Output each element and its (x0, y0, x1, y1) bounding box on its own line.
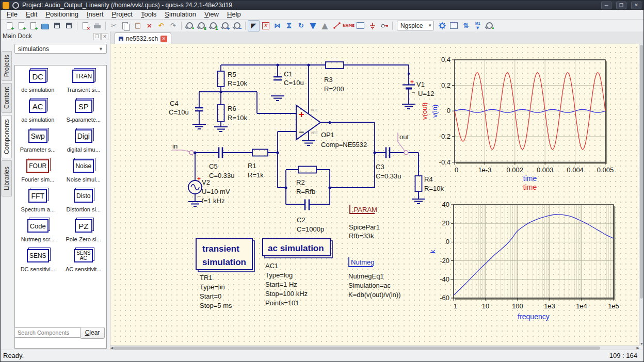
schematic-label[interactable]: − (299, 127, 304, 137)
schematic-label[interactable]: + (299, 109, 304, 120)
schematic-label[interactable]: Stop=100 kHz (265, 290, 308, 298)
component-spectrum-a[interactable]: FFTSpectrum a... (15, 187, 61, 217)
pop-out-button[interactable]: ▲ (319, 20, 331, 31)
clear-button[interactable]: Clear (80, 327, 105, 339)
insert-ground-button[interactable] (366, 20, 378, 31)
component-s-paramete[interactable]: SPS-paramete... (61, 97, 107, 127)
component-category-select[interactable]: simulations ▼ (14, 44, 107, 54)
schematic-label[interactable]: Points=101 (265, 299, 299, 307)
schematic-label[interactable]: V1 (416, 80, 425, 88)
schematic-label[interactable]: Start=1 Hz (265, 281, 297, 288)
schematic-label[interactable]: V2 (202, 178, 210, 186)
component-dc-sensitivi[interactable]: SENSDC sensitivi... (15, 247, 61, 277)
zoom-out-button[interactable]: − (231, 20, 243, 31)
schematic-label[interactable]: R=10k (228, 114, 247, 122)
component-distortion-si[interactable]: DistoDistortion si... (61, 187, 107, 217)
menu-positioning[interactable]: Positioning (41, 10, 83, 19)
schematic-label[interactable]: Comp=NE5532 (321, 141, 367, 149)
schematic-label[interactable]: U=10 mV (202, 188, 230, 195)
schematic-label[interactable]: U=12 (418, 90, 434, 97)
menu-help[interactable]: Help (223, 10, 245, 19)
schematic-label[interactable]: R4 (424, 175, 433, 183)
schematic-label[interactable]: Nutmeg (351, 258, 375, 266)
simulate-button[interactable] (436, 20, 448, 31)
schematic-label[interactable]: K=db(v(out)/v(in)) (348, 291, 401, 299)
schematic-label[interactable]: Type=lin (200, 283, 225, 291)
schematic-label[interactable]: C2 (297, 216, 305, 224)
component-digital-simu[interactable]: Digidigital simu... (61, 127, 107, 157)
save-all-button[interactable] (63, 20, 75, 31)
rotate-button[interactable]: ↻ (295, 20, 307, 31)
schematic-label[interactable]: C4 (170, 100, 179, 107)
menu-insert[interactable]: Insert (83, 10, 108, 19)
tab-ne5532[interactable]: ne5532.sch ✕ (115, 32, 171, 44)
schematic-label[interactable]: R1 (248, 162, 256, 170)
schematic-label[interactable]: C=0.33u (209, 172, 235, 179)
schematic-label[interactable]: Stop=5 ms (200, 302, 232, 309)
component-dc-simulation[interactable]: DCdc simulation (15, 68, 61, 97)
dock-float-icon[interactable]: ❐ (93, 33, 101, 40)
mirror-about-y-button[interactable]: ⋈ (271, 20, 283, 31)
schematic-label[interactable]: Start=0 (200, 292, 221, 300)
schematic-label[interactable]: R=1k (248, 171, 264, 179)
menu-project[interactable]: Project (108, 10, 137, 19)
zoom-100-button[interactable]: 1 (207, 20, 219, 31)
schematic-label[interactable]: C5 (209, 162, 218, 170)
menu-view[interactable]: View (200, 10, 223, 19)
schematic-label[interactable]: AC1 (265, 262, 278, 270)
schematic-label[interactable]: R=200 (324, 85, 344, 93)
schematic-label[interactable]: − (198, 193, 201, 199)
insert-equation-button[interactable] (355, 20, 366, 31)
schematic-label[interactable]: R2 (296, 178, 305, 186)
paste-button[interactable] (132, 20, 143, 31)
schematic-label[interactable]: C=0.33u (376, 172, 401, 180)
schematic-labels[interactable]: R5R=10kC1C=10uR3R=200V1U=12C4C=10uR6R=10… (169, 70, 444, 309)
schematic-label[interactable]: out (399, 133, 409, 141)
insert-wire-button[interactable] (331, 20, 343, 31)
maximize-button[interactable]: ❐ (616, 2, 626, 9)
dock-tab-libraries[interactable]: Libraries (2, 160, 12, 196)
schematic-label[interactable]: f=1 kHz (202, 197, 224, 205)
zoom-selection-button[interactable]: s (196, 20, 207, 31)
component-pole-zero-si[interactable]: PZPole-Zero si... (61, 217, 107, 247)
menu-simulation[interactable]: Simulation (160, 10, 200, 19)
schematic-label[interactable]: C3 (376, 163, 384, 171)
deactivate-component-button[interactable]: × (260, 20, 271, 31)
component-ac-sensitivit[interactable]: SENSACAC sensitivit... (61, 247, 107, 277)
new-schematic-button[interactable]: + (4, 20, 15, 31)
component-ac-simulation[interactable]: ACac simulation (15, 97, 61, 127)
schematic-label[interactable]: Rfb=33k (349, 232, 374, 240)
undo-button[interactable]: ↶ (155, 20, 167, 31)
schematic-label[interactable]: OP1 (321, 131, 334, 139)
schematic-label[interactable]: transient (202, 244, 239, 254)
schematic-label[interactable]: C=10u (284, 79, 304, 87)
simulator-select[interactable]: Ngspice▼ (397, 21, 434, 30)
curve-K[interactable] (454, 215, 614, 295)
vertical-scrollbar[interactable]: ▼ (639, 44, 643, 346)
schematic-label[interactable]: R3 (324, 76, 333, 84)
schematic-label[interactable]: R=Rfb (296, 188, 315, 195)
time-domain-plot[interactable]: 01e-30.0020.0030.0040.0050.40.20-0.2-0.4… (421, 56, 614, 191)
graph-probe-button[interactable]: • (484, 20, 495, 31)
minimize-button[interactable]: ─ (601, 2, 611, 9)
component-parameter-s[interactable]: SwpParameter s... (15, 127, 61, 157)
schematic-label[interactable]: Simulation=ac (348, 282, 391, 289)
frequency-response-plot[interactable]: 1101001e31e41e540200-20-40-60frequencyk (429, 201, 619, 321)
schematic-label[interactable]: R5 (228, 71, 236, 78)
component-transient-si[interactable]: TRANTransient si... (61, 68, 107, 97)
set-marker-button[interactable]: M1▼ (472, 20, 484, 31)
zoom-in-button[interactable]: + (219, 20, 231, 31)
schematic-label[interactable]: VCC (311, 108, 318, 112)
schematic-label[interactable]: R=10k (424, 185, 444, 192)
port-in[interactable] (172, 150, 194, 155)
cut-button[interactable]: ✂ (108, 20, 120, 31)
schematic-label[interactable]: TR1 (200, 274, 213, 282)
select-pointer-button[interactable]: ◤ (248, 20, 260, 31)
vscroll-down-arrow[interactable]: ▼ (640, 342, 643, 346)
component-noise-simul[interactable]: NoiseNoise simul... (61, 157, 107, 187)
schematic-drawing[interactable]: R5R=10kC1C=10uR3R=200V1U=12C4C=10uR6R=10… (110, 44, 640, 347)
document-settings-button[interactable] (448, 20, 460, 31)
schematic-label[interactable]: NutmegEq1 (348, 272, 384, 280)
tab-close-icon[interactable]: ✕ (160, 36, 167, 42)
schematic-label[interactable]: in (172, 142, 178, 150)
